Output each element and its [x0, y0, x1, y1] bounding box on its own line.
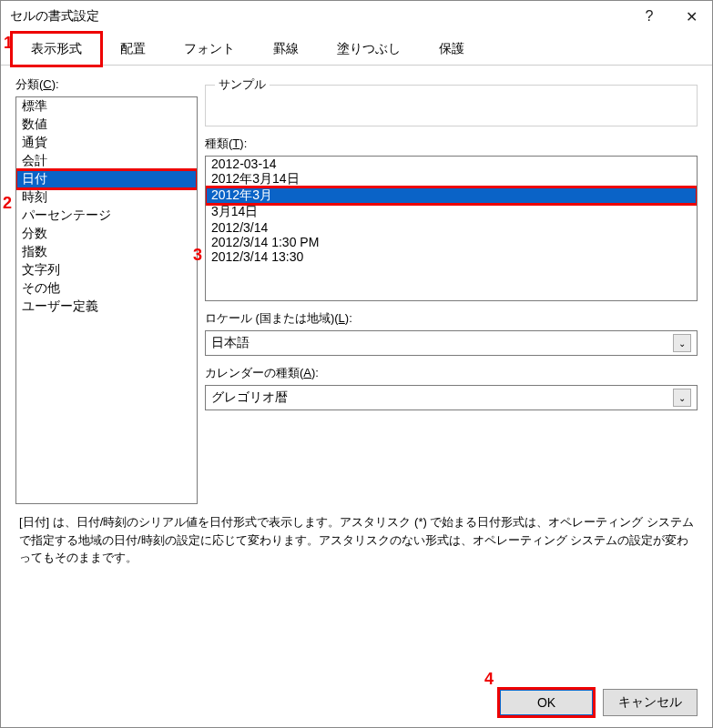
tab-fill[interactable]: 塗りつぶし — [318, 33, 420, 66]
type-item[interactable]: 2012-03-14 — [206, 157, 697, 171]
category-item-date[interactable]: 日付 — [16, 170, 197, 188]
tab-bar: 表示形式 配置 フォント 罫線 塗りつぶし 保護 — [1, 32, 712, 66]
category-item-percentage[interactable]: パーセンテージ — [16, 207, 197, 225]
chevron-down-icon: ⌄ — [673, 334, 691, 352]
tab-border[interactable]: 罫線 — [254, 33, 318, 66]
dialog-footer: OK キャンセル — [499, 689, 698, 716]
category-listbox[interactable]: 標準 数値 通貨 会計 日付 時刻 パーセンテージ 分数 指数 文字列 その他 … — [15, 96, 198, 504]
category-item-general[interactable]: 標準 — [16, 97, 197, 116]
chevron-down-icon: ⌄ — [673, 389, 691, 407]
close-button[interactable]: ✕ — [670, 1, 712, 32]
type-item[interactable]: 2012/3/14 13:30 — [206, 249, 697, 264]
tab-protection[interactable]: 保護 — [420, 33, 484, 66]
category-item-custom[interactable]: ユーザー定義 — [16, 298, 197, 316]
sample-box: サンプル — [205, 76, 698, 126]
cancel-button[interactable]: キャンセル — [603, 689, 698, 716]
calendar-label: カレンダーの種類(A): — [205, 365, 698, 381]
type-listbox[interactable]: 2012-03-14 2012年3月14日 2012年3月 3月14日 2012… — [205, 156, 698, 301]
dialog-title: セルの書式設定 — [10, 8, 628, 25]
category-label: 分類(C): — [15, 76, 198, 93]
annotation-4: 4 — [484, 670, 494, 689]
locale-value: 日本語 — [211, 335, 250, 351]
calendar-value: グレゴリオ暦 — [211, 389, 288, 406]
titlebar: セルの書式設定 ? ✕ — [1, 1, 712, 32]
type-item-selected[interactable]: 2012年3月 — [206, 187, 697, 204]
category-item-fraction[interactable]: 分数 — [16, 225, 197, 243]
ok-button[interactable]: OK — [499, 689, 594, 716]
calendar-combo[interactable]: グレゴリオ暦 ⌄ — [205, 385, 698, 410]
category-item-currency[interactable]: 通貨 — [16, 134, 197, 152]
category-item-special[interactable]: その他 — [16, 279, 197, 298]
tab-number-format[interactable]: 表示形式 — [12, 33, 101, 66]
category-item-scientific[interactable]: 指数 — [16, 243, 197, 261]
category-item-number[interactable]: 数値 — [16, 116, 197, 134]
type-item[interactable]: 3月14日 — [206, 204, 697, 220]
annotation-1: 1 — [4, 34, 13, 53]
category-item-time[interactable]: 時刻 — [16, 188, 197, 207]
description-text: [日付] は、日付/時刻のシリアル値を日付形式で表示します。アスタリスク (*)… — [1, 508, 712, 576]
help-button[interactable]: ? — [628, 1, 670, 32]
type-item[interactable]: 2012年3月14日 — [206, 171, 697, 187]
type-item[interactable]: 2012/3/14 — [206, 220, 697, 235]
locale-combo[interactable]: 日本語 ⌄ — [205, 330, 698, 356]
sample-label: サンプル — [215, 76, 270, 93]
type-label: 種類(T): — [205, 136, 698, 152]
category-item-accounting[interactable]: 会計 — [16, 152, 197, 170]
type-item[interactable]: 2012/3/14 1:30 PM — [206, 235, 697, 249]
tab-alignment[interactable]: 配置 — [101, 33, 165, 66]
category-item-text[interactable]: 文字列 — [16, 261, 197, 279]
annotation-3: 3 — [193, 246, 202, 265]
locale-label: ロケール (国または地域)(L): — [205, 310, 698, 327]
tab-font[interactable]: フォント — [165, 33, 254, 66]
annotation-2: 2 — [3, 194, 12, 213]
